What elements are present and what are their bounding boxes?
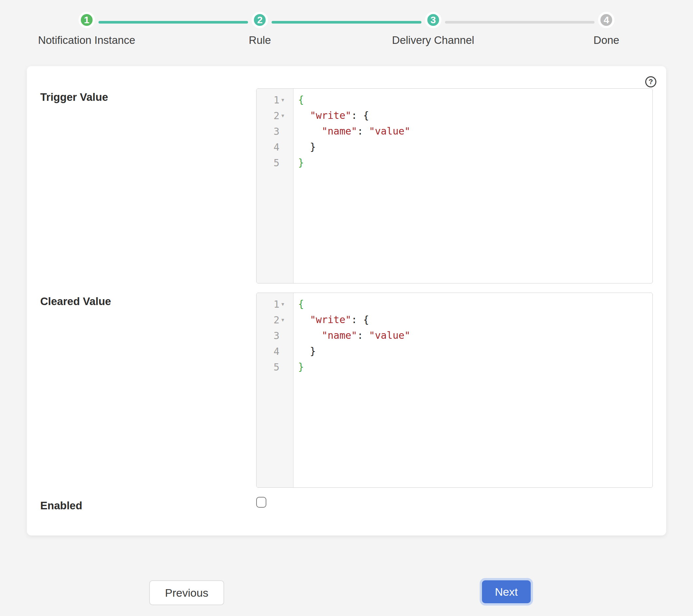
line-number: 2 (274, 314, 279, 326)
trigger-value-editor[interactable]: 1▾2▾345{ "write": { "name": "value" }} (256, 89, 653, 284)
gutter-line: 5 (257, 359, 293, 375)
line-number: 3 (274, 126, 279, 137)
line-number: 5 (274, 157, 279, 169)
code-line: } (298, 139, 652, 155)
code-line: } (298, 343, 652, 359)
code-token (298, 141, 310, 153)
enabled-row: Enabled (40, 497, 653, 512)
cleared-value-label: Cleared Value (40, 293, 256, 308)
wizard-footer: Previous Next (27, 580, 666, 605)
step-number: 2 (257, 15, 263, 25)
gutter-line: 4 (257, 343, 293, 359)
question-mark-icon: ? (649, 78, 653, 85)
enabled-label: Enabled (40, 497, 256, 512)
code-token: } (310, 345, 316, 357)
code-line: } (298, 359, 652, 375)
code-token: : (357, 126, 369, 137)
fold-arrow-icon[interactable]: ▾ (281, 316, 289, 323)
step-label: Rule (249, 34, 271, 46)
step-number: 3 (430, 15, 436, 25)
stepper-connector (272, 21, 421, 23)
step-number: 1 (84, 15, 89, 25)
step-notification-instance[interactable]: 1 Notification Instance (0, 12, 173, 46)
editor-code-area[interactable]: { "write": { "name": "value" }} (294, 293, 652, 487)
step-done[interactable]: 4 Done (520, 12, 693, 46)
editor-gutter: 1▾2▾345 (257, 293, 294, 487)
cleared-value-row: Cleared Value 1▾2▾345{ "write": { "name"… (40, 293, 653, 488)
code-token: "write" (310, 110, 351, 121)
gutter-line: 2▾ (257, 312, 293, 328)
code-token: "name" (322, 330, 357, 341)
code-token (298, 345, 310, 357)
code-line: "name": "value" (298, 328, 652, 343)
code-token: : (351, 314, 363, 325)
previous-button[interactable]: Previous (149, 580, 224, 605)
stepper-steps: 1 Notification Instance 2 Rule 3 Deliver… (0, 12, 693, 46)
gutter-line: 3 (257, 123, 293, 139)
step-circle: 2 (252, 12, 268, 28)
wizard-stepper: 1 Notification Instance 2 Rule 3 Deliver… (0, 0, 693, 46)
editor-gutter: 1▾2▾345 (257, 89, 294, 283)
code-token (298, 330, 322, 341)
code-line: } (298, 155, 652, 171)
gutter-line: 3 (257, 328, 293, 343)
code-line: { (298, 92, 652, 108)
code-token: : (351, 110, 363, 121)
line-number: 4 (274, 346, 279, 357)
fold-arrow-icon[interactable]: ▾ (281, 301, 289, 308)
cleared-value-editor[interactable]: 1▾2▾345{ "write": { "name": "value" }} (256, 293, 653, 488)
line-number: 4 (274, 141, 279, 153)
stepper-connector (98, 21, 248, 23)
code-token: : (357, 330, 369, 341)
code-token: } (310, 141, 316, 153)
step-label: Notification Instance (38, 34, 135, 46)
step-label: Done (594, 34, 619, 46)
code-token: "write" (310, 314, 351, 325)
notification-wizard-page: 1 Notification Instance 2 Rule 3 Deliver… (0, 0, 693, 605)
trigger-value-label: Trigger Value (40, 89, 256, 103)
code-token: } (298, 157, 304, 168)
help-button[interactable]: ? (645, 76, 656, 88)
editor-code-area[interactable]: { "write": { "name": "value" }} (294, 89, 652, 283)
stepper-connector (445, 21, 595, 23)
code-token: { (363, 314, 369, 325)
fold-arrow-icon[interactable]: ▾ (281, 97, 289, 103)
fold-arrow-icon[interactable]: ▾ (281, 112, 289, 119)
line-number: 5 (274, 361, 279, 373)
gutter-line: 5 (257, 155, 293, 171)
gutter-line: 1▾ (257, 296, 293, 312)
step-circle: 3 (425, 12, 441, 28)
step-rule[interactable]: 2 Rule (173, 12, 347, 46)
line-number: 1 (274, 94, 279, 106)
code-token: "name" (322, 126, 357, 137)
code-token: } (298, 361, 304, 372)
step-label: Delivery Channel (392, 34, 474, 46)
line-number: 3 (274, 330, 279, 341)
gutter-line: 1▾ (257, 92, 293, 108)
code-token: "value" (369, 126, 410, 137)
enabled-checkbox[interactable] (256, 497, 266, 508)
gutter-line: 2▾ (257, 108, 293, 123)
code-line: { (298, 296, 652, 312)
line-number: 1 (274, 299, 279, 310)
step-number: 4 (604, 15, 609, 25)
code-line: "name": "value" (298, 123, 652, 139)
gutter-line: 4 (257, 139, 293, 155)
code-token (298, 314, 310, 325)
code-token (298, 110, 310, 121)
code-line: "write": { (298, 108, 652, 123)
form-card: ? Trigger Value 1▾2▾345{ "write": { "nam… (27, 66, 666, 536)
code-token: { (363, 110, 369, 121)
line-number: 2 (274, 110, 279, 121)
step-circle: 1 (79, 12, 95, 28)
code-token (298, 126, 322, 137)
code-token: "value" (369, 330, 410, 341)
step-circle: 4 (598, 12, 614, 28)
code-line: "write": { (298, 312, 652, 328)
code-token: { (298, 298, 304, 310)
step-delivery-channel[interactable]: 3 Delivery Channel (346, 12, 520, 46)
code-token: { (298, 94, 304, 105)
trigger-value-row: Trigger Value 1▾2▾345{ "write": { "name"… (40, 89, 653, 284)
next-button[interactable]: Next (482, 580, 531, 603)
